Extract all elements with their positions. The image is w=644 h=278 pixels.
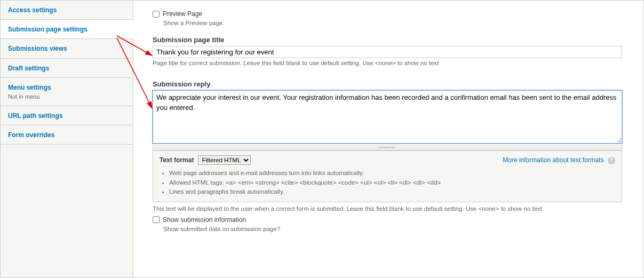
show-submission-info-desc: Show submitted data on submission page? [163, 226, 630, 232]
text-format-tip: Allowed HTML tags: <a> <em> <strong> <ci… [169, 179, 615, 187]
sidebar-item-label: Submission page settings [8, 25, 125, 34]
show-submission-info-checkbox-wrapper[interactable]: Show submission information [153, 216, 630, 224]
sidebar-item-sublabel: Not in menu [8, 93, 125, 101]
text-format-box: Text format Filtered HTML More informati… [153, 150, 622, 202]
preview-page-desc: Show a Preview page. [163, 20, 630, 26]
submission-reply-row: Submission reply Text format Filtered HT… [153, 80, 630, 212]
text-format-more-link[interactable]: More information about text formats [503, 156, 603, 164]
sidebar-item-form-overrides[interactable]: Form overrides [1, 125, 133, 145]
show-submission-info-checkbox[interactable] [153, 216, 160, 223]
show-submission-info-label: Show submission information [163, 216, 246, 224]
help-icon[interactable]: ? [608, 157, 615, 164]
text-format-tips: Web page addresses and e-mail addresses … [169, 169, 615, 196]
submission-page-title-input[interactable] [153, 46, 622, 58]
submission-reply-textarea[interactable] [153, 90, 622, 144]
preview-page-checkbox-wrapper[interactable]: Preview Page [153, 10, 630, 18]
sidebar-item-submissions-views[interactable]: Submissions views [1, 39, 133, 58]
text-format-tip: Lines and paragraphs break automatically… [169, 188, 615, 196]
sidebar-item-url-path-settings[interactable]: URL path settings [1, 106, 133, 125]
sidebar-item-submission-page-settings[interactable]: Submission page settings [1, 20, 133, 39]
submission-page-title-hint: Page title for correct submission. Leave… [153, 60, 630, 66]
preview-page-label: Preview Page [163, 10, 202, 18]
submission-reply-hint: This text will be displayed to the user … [153, 205, 630, 212]
settings-sidebar: Access settings Submission page settings… [1, 1, 133, 277]
main-panel: Preview Page Show a Preview page. Submis… [133, 1, 643, 277]
sidebar-item-label: Menu settings [8, 83, 125, 92]
sidebar-item-access-settings[interactable]: Access settings [1, 1, 133, 20]
submission-page-title-row: Submission page title Page title for cor… [153, 36, 630, 66]
textarea-resize-grippie[interactable] [153, 145, 622, 150]
sidebar-item-menu-settings[interactable]: Menu settings Not in menu [1, 78, 133, 106]
preview-page-row: Preview Page Show a Preview page. [153, 10, 630, 26]
show-submission-info-row: Show submission information Show submitt… [153, 216, 630, 232]
submission-page-title-label: Submission page title [153, 36, 630, 44]
text-format-tip: Web page addresses and e-mail addresses … [169, 169, 615, 178]
text-format-select[interactable]: Filtered HTML [198, 155, 251, 165]
sidebar-item-label: Draft settings [8, 64, 125, 73]
sidebar-item-label: Form overrides [8, 131, 125, 139]
sidebar-item-draft-settings[interactable]: Draft settings [1, 59, 133, 78]
sidebar-spacer [1, 145, 133, 277]
sidebar-item-label: Submissions views [8, 44, 125, 53]
sidebar-item-label: URL path settings [8, 112, 125, 120]
text-format-label: Text format [160, 156, 194, 164]
preview-page-checkbox[interactable] [153, 11, 160, 18]
sidebar-item-label: Access settings [8, 6, 125, 14]
submission-reply-label: Submission reply [153, 80, 630, 88]
